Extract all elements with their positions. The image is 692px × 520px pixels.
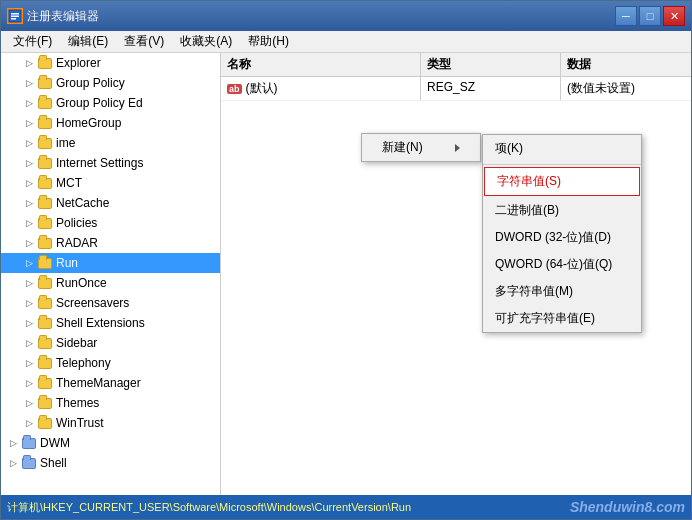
tree-item-internetsettings[interactable]: ▷ Internet Settings bbox=[1, 153, 220, 173]
tree-label: RunOnce bbox=[56, 276, 107, 290]
tree-item-screensavers[interactable]: ▷ Screensavers bbox=[1, 293, 220, 313]
menu-view[interactable]: 查看(V) bbox=[116, 31, 172, 52]
tree-item-sidebar[interactable]: ▷ Sidebar bbox=[1, 333, 220, 353]
minimize-button[interactable]: ─ bbox=[615, 6, 637, 26]
window-title: 注册表编辑器 bbox=[27, 8, 99, 25]
tree-label: RADAR bbox=[56, 236, 98, 250]
title-controls: ─ □ ✕ bbox=[615, 6, 685, 26]
tree-item-shellextensions[interactable]: ▷ Shell Extensions bbox=[1, 313, 220, 333]
close-button[interactable]: ✕ bbox=[663, 6, 685, 26]
folder-icon bbox=[37, 356, 53, 370]
tree-label: DWM bbox=[40, 436, 70, 450]
watermark: Shenduwin8.com bbox=[570, 499, 685, 515]
submenu-label: QWORD (64-位)值(Q) bbox=[495, 257, 612, 271]
menu-file[interactable]: 文件(F) bbox=[5, 31, 60, 52]
folder-icon bbox=[37, 56, 53, 70]
submenu-item-string[interactable]: 字符串值(S) bbox=[484, 167, 640, 196]
expand-arrow: ▷ bbox=[21, 415, 37, 431]
submenu-label: 二进制值(B) bbox=[495, 203, 559, 217]
tree-label: Run bbox=[56, 256, 78, 270]
tree-item-themes[interactable]: ▷ Themes bbox=[1, 393, 220, 413]
tree-label: NetCache bbox=[56, 196, 109, 210]
folder-icon bbox=[37, 96, 53, 110]
submenu-item-key[interactable]: 项(K) bbox=[483, 135, 641, 162]
folder-icon bbox=[37, 136, 53, 150]
folder-icon bbox=[37, 296, 53, 310]
menu-favorites[interactable]: 收藏夹(A) bbox=[172, 31, 240, 52]
row-data-cell: (数值未设置) bbox=[561, 77, 691, 100]
status-bar: 计算机\HKEY_CURRENT_USER\Software\Microsoft… bbox=[1, 495, 691, 519]
folder-icon bbox=[37, 376, 53, 390]
main-content: ▷ Explorer ▷ Group Policy ▷ Group Policy… bbox=[1, 53, 691, 495]
folder-icon bbox=[37, 396, 53, 410]
submenu-item-multistring[interactable]: 多字符串值(M) bbox=[483, 278, 641, 305]
tree-label: Internet Settings bbox=[56, 156, 143, 170]
tree-item-wintrust[interactable]: ▷ WinTrust bbox=[1, 413, 220, 433]
tree-item-netcache[interactable]: ▷ NetCache bbox=[1, 193, 220, 213]
tree-label: Shell bbox=[40, 456, 67, 470]
expand-arrow: ▷ bbox=[5, 435, 21, 451]
submenu-label: 项(K) bbox=[495, 141, 523, 155]
expand-arrow: ▷ bbox=[21, 75, 37, 91]
right-panel: 名称 类型 数据 ab (默认) REG_SZ (数值未设置) 新建(N) bbox=[221, 53, 691, 495]
folder-icon bbox=[37, 276, 53, 290]
tree-item-telephony[interactable]: ▷ Telephony bbox=[1, 353, 220, 373]
menu-edit[interactable]: 编辑(E) bbox=[60, 31, 116, 52]
expand-arrow: ▷ bbox=[21, 315, 37, 331]
tree-item-radar[interactable]: ▷ RADAR bbox=[1, 233, 220, 253]
tree-item-shell[interactable]: ▷ Shell bbox=[1, 453, 220, 473]
folder-icon bbox=[37, 416, 53, 430]
tree-item-runonce[interactable]: ▷ RunOnce bbox=[1, 273, 220, 293]
status-path: 计算机\HKEY_CURRENT_USER\Software\Microsoft… bbox=[7, 500, 411, 515]
expand-arrow: ▷ bbox=[21, 95, 37, 111]
folder-icon bbox=[37, 336, 53, 350]
table-row[interactable]: ab (默认) REG_SZ (数值未设置) bbox=[221, 77, 691, 101]
tree-item-grouppolicy[interactable]: ▷ Group Policy bbox=[1, 73, 220, 93]
tree-label: Explorer bbox=[56, 56, 101, 70]
table-header: 名称 类型 数据 bbox=[221, 53, 691, 77]
tree-label: ime bbox=[56, 136, 75, 150]
expand-arrow: ▷ bbox=[21, 235, 37, 251]
menu-help[interactable]: 帮助(H) bbox=[240, 31, 297, 52]
tree-label: Group Policy bbox=[56, 76, 125, 90]
tree-items-wrapper[interactable]: ▷ Explorer ▷ Group Policy ▷ Group Policy… bbox=[1, 53, 220, 473]
tree-item-ime[interactable]: ▷ ime bbox=[1, 133, 220, 153]
folder-icon bbox=[21, 456, 37, 470]
submenu-label: 可扩充字符串值(E) bbox=[495, 311, 595, 325]
submenu-item-qword[interactable]: QWORD (64-位)值(Q) bbox=[483, 251, 641, 278]
expand-arrow: ▷ bbox=[21, 355, 37, 371]
expand-arrow: ▷ bbox=[21, 335, 37, 351]
tree-item-explorer[interactable]: ▷ Explorer bbox=[1, 53, 220, 73]
tree-label: Policies bbox=[56, 216, 97, 230]
tree-item-grouppolicyed[interactable]: ▷ Group Policy Ed bbox=[1, 93, 220, 113]
maximize-button[interactable]: □ bbox=[639, 6, 661, 26]
tree-label: Screensavers bbox=[56, 296, 129, 310]
tree-item-mct[interactable]: ▷ MCT bbox=[1, 173, 220, 193]
expand-arrow: ▷ bbox=[21, 155, 37, 171]
submenu-item-dword[interactable]: DWORD (32-位)值(D) bbox=[483, 224, 641, 251]
col-header-name: 名称 bbox=[221, 53, 421, 76]
tree-item-policies[interactable]: ▷ Policies bbox=[1, 213, 220, 233]
context-menu-new[interactable]: 新建(N) bbox=[362, 134, 480, 161]
col-header-data: 数据 bbox=[561, 53, 691, 76]
tree-label: HomeGroup bbox=[56, 116, 121, 130]
folder-icon bbox=[37, 316, 53, 330]
folder-icon bbox=[37, 76, 53, 90]
tree-item-run[interactable]: ▷ Run bbox=[1, 253, 220, 273]
submenu-label: 多字符串值(M) bbox=[495, 284, 573, 298]
tree-item-dwm[interactable]: ▷ DWM bbox=[1, 433, 220, 453]
tree-item-thememanager[interactable]: ▷ ThemeManager bbox=[1, 373, 220, 393]
tree-label: WinTrust bbox=[56, 416, 104, 430]
tree-panel: ▷ Explorer ▷ Group Policy ▷ Group Policy… bbox=[1, 53, 221, 495]
submenu-arrow bbox=[455, 144, 460, 152]
tree-label: Sidebar bbox=[56, 336, 97, 350]
expand-arrow: ▷ bbox=[21, 295, 37, 311]
col-header-type: 类型 bbox=[421, 53, 561, 76]
tree-label: Shell Extensions bbox=[56, 316, 145, 330]
submenu-item-expandstring[interactable]: 可扩充字符串值(E) bbox=[483, 305, 641, 332]
tree-item-homegroup[interactable]: ▷ HomeGroup bbox=[1, 113, 220, 133]
submenu-item-binary[interactable]: 二进制值(B) bbox=[483, 197, 641, 224]
expand-arrow: ▷ bbox=[21, 395, 37, 411]
svg-rect-2 bbox=[11, 16, 19, 18]
expand-arrow: ▷ bbox=[21, 255, 37, 271]
